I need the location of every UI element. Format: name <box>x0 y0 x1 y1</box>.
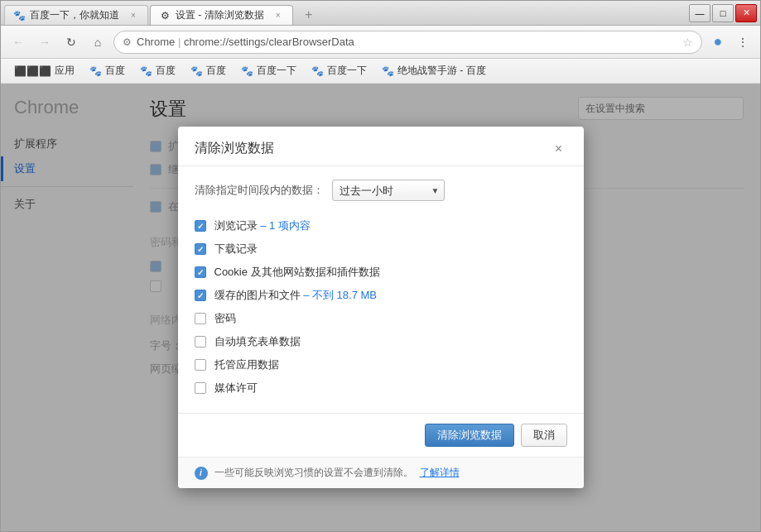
address-url: chrome://settings/clearBrowserData <box>184 36 354 48</box>
time-range-label: 清除指定时间段内的数据： <box>195 183 324 198</box>
chrome-label: Chrome <box>137 36 175 48</box>
bookmark-apps-label: 应用 <box>55 64 75 78</box>
checkbox-cookies: Cookie 及其他网站数据和插件数据 <box>195 261 567 284</box>
checkbox-hosted-apps-input[interactable] <box>195 359 206 371</box>
tab-2-favicon: ⚙ <box>159 10 171 22</box>
tab-2-label: 设置 - 清除浏览数据 <box>176 8 264 22</box>
checkbox-cookies-label: Cookie 及其他网站数据和插件数据 <box>214 265 380 280</box>
forward-button[interactable]: → <box>34 31 55 53</box>
learn-more-link[interactable]: 了解详情 <box>420 466 460 480</box>
checkbox-autofill: 自动填充表单数据 <box>195 330 567 353</box>
checkbox-browsing-history-input[interactable] <box>195 220 206 232</box>
back-button[interactable]: ← <box>7 31 29 53</box>
cache-size: – 不到 18.7 MB <box>303 289 377 301</box>
checkbox-browsing-history-label: 浏览记录 – 1 项内容 <box>214 218 311 233</box>
dialog-actions: 清除浏览数据 取消 <box>178 413 584 457</box>
checkbox-download-history-input[interactable] <box>195 243 206 255</box>
clear-browser-data-dialog: 清除浏览数据 × 清除指定时间段内的数据： 过去一小时 过去一天 过去一周 <box>178 127 584 488</box>
time-range-select-wrapper: 过去一小时 过去一天 过去一周 过去四周 从互联网时代开始 ▼ <box>332 180 445 201</box>
checkbox-media-label: 媒体许可 <box>214 381 258 395</box>
bookmark-6-favicon: 🐾 <box>382 65 394 77</box>
nav-right-icons: ● ⋮ <box>707 31 754 53</box>
checkbox-passwords-input[interactable] <box>195 313 206 324</box>
bookmark-6[interactable]: 🐾 绝地战警手游 - 百度 <box>375 62 493 79</box>
bookmark-1[interactable]: 🐾 百度 <box>83 62 132 79</box>
bookmark-2[interactable]: 🐾 百度 <box>133 62 182 79</box>
bookmark-2-label: 百度 <box>156 64 176 78</box>
dialog-header: 清除浏览数据 × <box>178 127 584 166</box>
address-bar[interactable]: ⚙ Chrome | chrome://settings/clearBrowse… <box>113 31 702 54</box>
modal-overlay: 清除浏览数据 × 清除指定时间段内的数据： 过去一小时 过去一天 过去一周 <box>1 84 760 531</box>
bookmark-1-favicon: 🐾 <box>89 65 102 77</box>
checkbox-autofill-input[interactable] <box>195 336 206 347</box>
main-area: Chrome 扩展程序 设置 关于 设置 扩展程序 <box>1 84 760 531</box>
tab-1-label: 百度一下，你就知道 <box>30 8 119 22</box>
checkbox-cache-input[interactable] <box>195 290 206 301</box>
footer-note-text: 一些可能反映浏览习惯的设置不会遭到清除。 <box>214 466 413 480</box>
time-range-select[interactable]: 过去一小时 过去一天 过去一周 过去四周 从互联网时代开始 <box>332 180 445 201</box>
checkbox-autofill-label: 自动填充表单数据 <box>214 334 301 349</box>
tab-2-close[interactable]: × <box>272 10 284 22</box>
bookmark-4-label: 百度一下 <box>257 64 296 78</box>
checkbox-passwords-label: 密码 <box>214 311 236 326</box>
cancel-button[interactable]: 取消 <box>521 424 567 447</box>
tab-bar: 🐾 百度一下，你就知道 × ⚙ 设置 - 清除浏览数据 × + <box>4 1 320 25</box>
tab-1-favicon: 🐾 <box>13 10 25 22</box>
dialog-title: 清除浏览数据 <box>195 140 274 157</box>
bookmark-5-favicon: 🐾 <box>311 65 324 77</box>
checkbox-list: 浏览记录 – 1 项内容 下载记录 Cookie 及其他网站数据和 <box>195 214 567 400</box>
clear-data-button[interactable]: 清除浏览数据 <box>425 424 514 447</box>
checkbox-passwords: 密码 <box>195 307 567 330</box>
chrome-menu-icon[interactable]: ● <box>707 31 729 53</box>
dialog-close-button[interactable]: × <box>551 141 567 157</box>
close-button[interactable]: ✕ <box>735 4 757 22</box>
browsing-history-count: – 1 项内容 <box>260 219 311 232</box>
new-tab-button[interactable]: + <box>298 5 320 25</box>
bookmark-6-label: 绝地战警手游 - 百度 <box>397 64 486 78</box>
maximize-button[interactable]: □ <box>712 4 734 22</box>
bookmarks-bar: ⬛⬛⬛ 应用 🐾 百度 🐾 百度 🐾 百度 🐾 百度一下 🐾 百度一下 🐾 绝地… <box>1 59 760 84</box>
bookmark-4[interactable]: 🐾 百度一下 <box>234 62 303 79</box>
tab-1[interactable]: 🐾 百度一下，你就知道 × <box>4 5 148 25</box>
checkbox-cookies-input[interactable] <box>195 266 206 278</box>
more-menu-button[interactable]: ⋮ <box>732 31 754 53</box>
checkbox-hosted-apps-label: 托管应用数据 <box>214 357 279 372</box>
minimize-button[interactable]: — <box>689 4 710 22</box>
reload-button[interactable]: ↻ <box>60 31 82 53</box>
bookmark-apps-icon: ⬛⬛⬛ <box>14 65 51 77</box>
checkbox-media: 媒体许可 <box>195 376 567 400</box>
window-controls: — □ ✕ <box>689 4 757 22</box>
bookmark-4-favicon: 🐾 <box>241 65 253 77</box>
bookmark-3-favicon: 🐾 <box>190 65 203 77</box>
tab-2[interactable]: ⚙ 设置 - 清除浏览数据 × <box>150 5 293 25</box>
time-range-row: 清除指定时间段内的数据： 过去一小时 过去一天 过去一周 过去四周 从互联网时代… <box>195 180 567 201</box>
home-button[interactable]: ⌂ <box>87 31 108 53</box>
tab-1-close[interactable]: × <box>128 10 139 22</box>
address-text: Chrome | chrome://settings/clearBrowserD… <box>137 36 677 48</box>
titlebar: 🐾 百度一下，你就知道 × ⚙ 设置 - 清除浏览数据 × + — □ ✕ <box>1 1 760 26</box>
bookmark-star[interactable]: ☆ <box>682 36 693 49</box>
dialog-footer-note: i 一些可能反映浏览习惯的设置不会遭到清除。 了解详情 <box>178 457 584 488</box>
checkbox-cache-label: 缓存的图片和文件 – 不到 18.7 MB <box>214 288 378 303</box>
dialog-body: 清除指定时间段内的数据： 过去一小时 过去一天 过去一周 过去四周 从互联网时代… <box>178 166 584 413</box>
bookmark-5[interactable]: 🐾 百度一下 <box>305 62 373 79</box>
navbar: ← → ↻ ⌂ ⚙ Chrome | chrome://settings/cle… <box>1 26 760 59</box>
browser-window: 🐾 百度一下，你就知道 × ⚙ 设置 - 清除浏览数据 × + — □ ✕ ← … <box>0 0 761 532</box>
checkbox-download-history-label: 下载记录 <box>214 242 258 256</box>
checkbox-download-history: 下载记录 <box>195 237 567 261</box>
checkbox-hosted-apps: 托管应用数据 <box>195 353 567 376</box>
checkbox-cache: 缓存的图片和文件 – 不到 18.7 MB <box>195 284 567 307</box>
checkbox-browsing-history: 浏览记录 – 1 项内容 <box>195 214 567 237</box>
info-icon: i <box>195 467 208 480</box>
bookmark-3[interactable]: 🐾 百度 <box>184 62 233 79</box>
checkbox-media-input[interactable] <box>195 382 206 394</box>
bookmark-apps[interactable]: ⬛⬛⬛ 应用 <box>7 62 81 79</box>
bookmark-3-label: 百度 <box>206 64 226 78</box>
bookmark-2-favicon: 🐾 <box>140 65 152 77</box>
bookmark-1-label: 百度 <box>105 64 125 78</box>
bookmark-5-label: 百度一下 <box>327 64 367 78</box>
address-icon: ⚙ <box>123 36 132 48</box>
